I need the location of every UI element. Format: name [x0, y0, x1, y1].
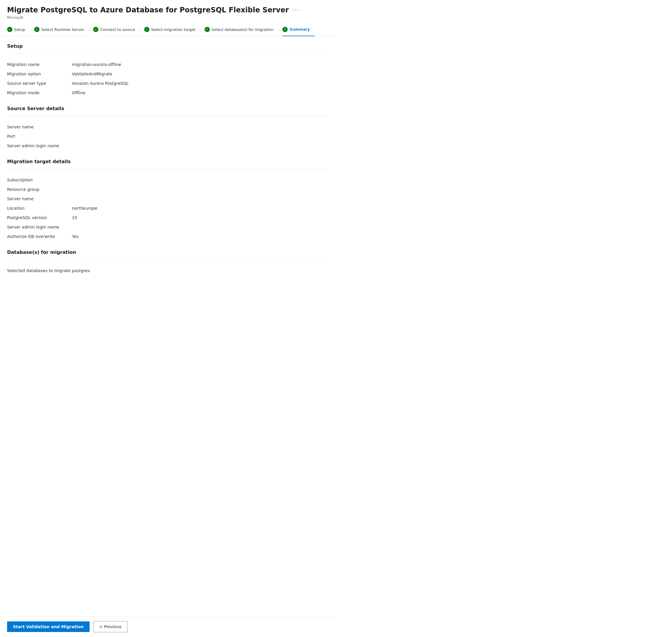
field-migration-mode: Migration mode Offline: [7, 88, 329, 97]
target-section-title: Migration target details: [7, 159, 329, 164]
step-check-target: ✓: [144, 27, 149, 32]
target-section: Migration target details Subscription Re…: [7, 159, 329, 241]
value-authorize-overwrite: Yes: [72, 234, 329, 239]
label-postgresql-version: PostgreSQL version: [7, 215, 72, 220]
main-content: Setup Migration name migration-aurora-of…: [0, 36, 336, 637]
setup-divider: [7, 54, 329, 54]
app-container: Migrate PostgreSQL to Azure Database for…: [0, 0, 336, 637]
step-check-source: ✓: [93, 27, 99, 32]
header: Migrate PostgreSQL to Azure Database for…: [0, 0, 336, 20]
step-label-setup: Setup: [14, 28, 25, 32]
field-location: Location northeurope: [7, 203, 329, 213]
databases-section-title: Database(s) for migration: [7, 250, 329, 255]
value-selected-databases: postgres: [72, 268, 329, 273]
field-resource-group: Resource group: [7, 185, 329, 194]
step-check-runtime: ✓: [34, 27, 39, 32]
label-subscription: Subscription: [7, 178, 72, 182]
label-location: Location: [7, 206, 72, 211]
page-title: Migrate PostgreSQL to Azure Database for…: [7, 6, 289, 14]
field-source-server-type: Source server type Amazon Aurora Postgre…: [7, 79, 329, 88]
step-label-summary: Summary: [289, 27, 310, 32]
step-label-source: Connect to source: [100, 28, 135, 32]
step-check-setup: ✓: [7, 27, 12, 32]
value-location: northeurope: [72, 206, 329, 211]
label-target-server-name: Server name: [7, 196, 72, 201]
field-migration-option: Migration option ValidateAndMigrate: [7, 69, 329, 79]
footer: Start Validation and Migration < Previou…: [0, 616, 336, 637]
more-options-icon[interactable]: ···: [293, 6, 300, 14]
step-check-databases: ✓: [205, 27, 210, 32]
field-target-server-name: Server name: [7, 194, 329, 203]
label-source-port: Port: [7, 134, 72, 139]
value-migration-mode: Offline: [72, 90, 329, 95]
step-separator-5: ›: [278, 28, 280, 33]
field-authorize-overwrite: Authorize DB overwrite Yes: [7, 232, 329, 241]
label-migration-option: Migration option: [7, 72, 72, 76]
field-target-admin-login: Server admin login name: [7, 222, 329, 232]
previous-button[interactable]: < Previous: [93, 621, 128, 632]
setup-section-title: Setup: [7, 43, 329, 49]
label-target-admin-login: Server admin login name: [7, 225, 72, 230]
target-divider: [7, 169, 329, 169]
label-authorize-overwrite: Authorize DB overwrite: [7, 234, 72, 239]
start-validation-migration-button[interactable]: Start Validation and Migration: [7, 621, 90, 632]
value-source-server-type: Amazon Aurora PostgreSQL: [72, 81, 329, 86]
label-resource-group: Resource group: [7, 187, 72, 192]
step-label-databases: Select database(s) for migration: [212, 28, 273, 32]
source-section-title: Source Server details: [7, 106, 329, 111]
title-row: Migrate PostgreSQL to Azure Database for…: [7, 6, 329, 14]
step-runtime[interactable]: ✓ Select Runtime Server: [34, 24, 89, 36]
label-migration-name: Migration name: [7, 62, 72, 67]
step-separator-3: ›: [140, 28, 141, 33]
label-source-server-name: Server name: [7, 125, 72, 129]
field-postgresql-version: PostgreSQL version 15: [7, 213, 329, 222]
label-selected-databases: Selected databases to migrate: [7, 268, 72, 273]
step-check-summary: ✓: [282, 27, 288, 32]
step-source[interactable]: ✓ Connect to source: [93, 24, 140, 36]
step-setup[interactable]: ✓ Setup: [7, 24, 30, 36]
field-subscription: Subscription: [7, 175, 329, 185]
value-migration-name: migration-aurora-offline: [72, 62, 329, 67]
label-migration-mode: Migration mode: [7, 90, 72, 95]
step-label-runtime: Select Runtime Server: [41, 28, 84, 32]
field-source-server-name: Server name: [7, 122, 329, 132]
source-section: Source Server details Server name Port S…: [7, 106, 329, 150]
source-divider: [7, 116, 329, 116]
label-source-admin-login: Server admin login name: [7, 143, 72, 148]
value-migration-option: ValidateAndMigrate: [72, 72, 329, 76]
label-source-server-type: Source server type: [7, 81, 72, 86]
step-label-target: Select migration target: [151, 28, 196, 32]
step-target[interactable]: ✓ Select migration target: [144, 24, 200, 36]
field-selected-databases: Selected databases to migrate postgres: [7, 266, 329, 275]
step-summary[interactable]: ✓ Summary: [282, 24, 315, 36]
step-databases[interactable]: ✓ Select database(s) for migration: [205, 24, 278, 36]
field-migration-name: Migration name migration-aurora-offline: [7, 60, 329, 69]
app-subtitle: Microsoft: [7, 16, 329, 20]
step-separator-1: ›: [30, 28, 32, 33]
step-separator-2: ›: [89, 28, 91, 33]
step-separator-4: ›: [200, 28, 202, 33]
field-source-admin-login: Server admin login name: [7, 141, 329, 150]
setup-section: Setup Migration name migration-aurora-of…: [7, 43, 329, 97]
databases-section: Database(s) for migration Selected datab…: [7, 250, 329, 275]
field-source-port: Port: [7, 132, 329, 141]
wizard-steps: ✓ Setup › ✓ Select Runtime Server › ✓ Co…: [0, 20, 336, 36]
value-postgresql-version: 15: [72, 215, 329, 220]
databases-divider: [7, 260, 329, 260]
